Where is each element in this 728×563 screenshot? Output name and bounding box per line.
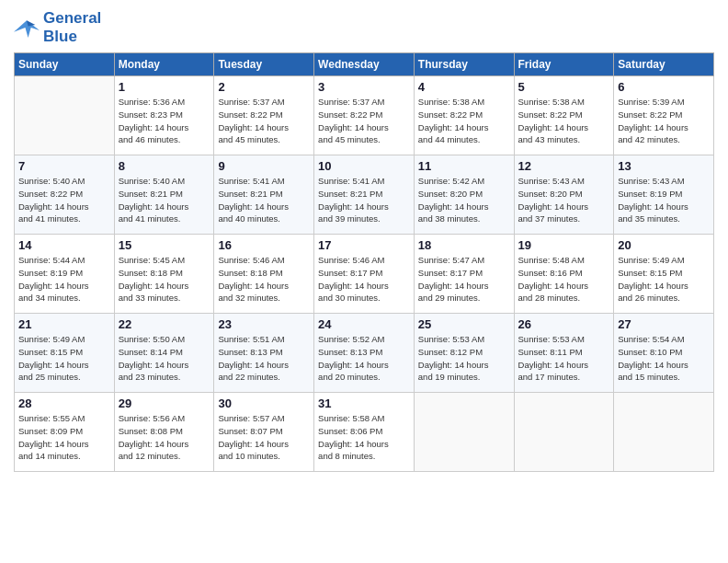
calendar-cell: 9Sunrise: 5:41 AM Sunset: 8:21 PM Daylig… xyxy=(214,155,314,235)
calendar-cell: 19Sunrise: 5:48 AM Sunset: 8:16 PM Dayli… xyxy=(514,235,614,314)
calendar-week-row: 7Sunrise: 5:40 AM Sunset: 8:22 PM Daylig… xyxy=(15,155,714,235)
day-info: Sunrise: 5:44 AM Sunset: 8:19 PM Dayligh… xyxy=(18,254,110,304)
day-info: Sunrise: 5:58 AM Sunset: 8:06 PM Dayligh… xyxy=(318,412,410,463)
day-number: 2 xyxy=(218,80,310,94)
day-number: 18 xyxy=(418,238,510,252)
svg-marker-0 xyxy=(14,20,40,38)
logo-text: General Blue xyxy=(43,9,101,45)
day-number: 5 xyxy=(518,80,610,94)
calendar-cell: 28Sunrise: 5:55 AM Sunset: 8:09 PM Dayli… xyxy=(15,393,115,472)
day-number: 27 xyxy=(618,317,710,331)
calendar-cell: 18Sunrise: 5:47 AM Sunset: 8:17 PM Dayli… xyxy=(414,235,514,314)
day-info: Sunrise: 5:41 AM Sunset: 8:21 PM Dayligh… xyxy=(318,175,410,225)
day-number: 6 xyxy=(618,80,710,94)
day-number: 25 xyxy=(418,317,510,331)
calendar-cell xyxy=(414,393,514,472)
day-info: Sunrise: 5:43 AM Sunset: 8:19 PM Dayligh… xyxy=(618,175,710,225)
day-info: Sunrise: 5:56 AM Sunset: 8:08 PM Dayligh… xyxy=(119,412,210,463)
day-info: Sunrise: 5:57 AM Sunset: 8:07 PM Dayligh… xyxy=(218,412,310,463)
weekday-header-cell: Thursday xyxy=(414,53,514,76)
logo: General Blue xyxy=(14,9,101,45)
day-info: Sunrise: 5:46 AM Sunset: 8:18 PM Dayligh… xyxy=(218,254,310,304)
weekday-header-cell: Friday xyxy=(514,53,614,76)
calendar-cell: 29Sunrise: 5:56 AM Sunset: 8:08 PM Dayli… xyxy=(114,393,214,472)
day-info: Sunrise: 5:40 AM Sunset: 8:21 PM Dayligh… xyxy=(119,175,210,225)
day-info: Sunrise: 5:50 AM Sunset: 8:14 PM Dayligh… xyxy=(119,333,210,384)
calendar-cell: 7Sunrise: 5:40 AM Sunset: 8:22 PM Daylig… xyxy=(15,155,115,235)
calendar-cell: 31Sunrise: 5:58 AM Sunset: 8:06 PM Dayli… xyxy=(314,393,415,472)
calendar-cell: 6Sunrise: 5:39 AM Sunset: 8:22 PM Daylig… xyxy=(614,76,714,155)
day-number: 1 xyxy=(119,80,210,94)
day-number: 14 xyxy=(18,238,110,252)
calendar-cell: 2Sunrise: 5:37 AM Sunset: 8:22 PM Daylig… xyxy=(214,76,314,155)
calendar-cell: 25Sunrise: 5:53 AM Sunset: 8:12 PM Dayli… xyxy=(414,314,514,393)
day-number: 20 xyxy=(618,238,710,252)
day-info: Sunrise: 5:38 AM Sunset: 8:22 PM Dayligh… xyxy=(418,96,510,146)
day-number: 28 xyxy=(18,396,110,410)
day-info: Sunrise: 5:54 AM Sunset: 8:10 PM Dayligh… xyxy=(618,333,710,384)
calendar-cell xyxy=(614,393,714,472)
calendar-cell: 11Sunrise: 5:42 AM Sunset: 8:20 PM Dayli… xyxy=(414,155,514,235)
calendar-week-row: 14Sunrise: 5:44 AM Sunset: 8:19 PM Dayli… xyxy=(15,235,714,314)
day-number: 17 xyxy=(318,238,410,252)
day-number: 31 xyxy=(318,396,410,410)
day-number: 3 xyxy=(318,80,410,94)
weekday-header-cell: Wednesday xyxy=(314,53,415,76)
calendar-cell xyxy=(15,76,115,155)
calendar-table: SundayMondayTuesdayWednesdayThursdayFrid… xyxy=(14,52,714,472)
day-info: Sunrise: 5:37 AM Sunset: 8:22 PM Dayligh… xyxy=(218,96,310,146)
day-info: Sunrise: 5:40 AM Sunset: 8:22 PM Dayligh… xyxy=(18,175,110,225)
calendar-cell: 13Sunrise: 5:43 AM Sunset: 8:19 PM Dayli… xyxy=(614,155,714,235)
calendar-cell: 24Sunrise: 5:52 AM Sunset: 8:13 PM Dayli… xyxy=(314,314,415,393)
day-info: Sunrise: 5:43 AM Sunset: 8:20 PM Dayligh… xyxy=(518,175,610,225)
svg-marker-1 xyxy=(27,20,35,26)
day-info: Sunrise: 5:49 AM Sunset: 8:15 PM Dayligh… xyxy=(18,333,110,384)
day-info: Sunrise: 5:42 AM Sunset: 8:20 PM Dayligh… xyxy=(418,175,510,225)
day-info: Sunrise: 5:53 AM Sunset: 8:12 PM Dayligh… xyxy=(418,333,510,384)
day-info: Sunrise: 5:49 AM Sunset: 8:15 PM Dayligh… xyxy=(618,254,710,304)
calendar-cell: 5Sunrise: 5:38 AM Sunset: 8:22 PM Daylig… xyxy=(514,76,614,155)
calendar-week-row: 28Sunrise: 5:55 AM Sunset: 8:09 PM Dayli… xyxy=(15,393,714,472)
calendar-cell xyxy=(514,393,614,472)
calendar-cell: 20Sunrise: 5:49 AM Sunset: 8:15 PM Dayli… xyxy=(614,235,714,314)
day-info: Sunrise: 5:53 AM Sunset: 8:11 PM Dayligh… xyxy=(518,333,610,384)
calendar-week-row: 21Sunrise: 5:49 AM Sunset: 8:15 PM Dayli… xyxy=(15,314,714,393)
day-info: Sunrise: 5:47 AM Sunset: 8:17 PM Dayligh… xyxy=(418,254,510,304)
calendar-cell: 26Sunrise: 5:53 AM Sunset: 8:11 PM Dayli… xyxy=(514,314,614,393)
day-info: Sunrise: 5:41 AM Sunset: 8:21 PM Dayligh… xyxy=(218,175,310,225)
day-number: 13 xyxy=(618,159,710,173)
day-number: 12 xyxy=(518,159,610,173)
day-info: Sunrise: 5:46 AM Sunset: 8:17 PM Dayligh… xyxy=(318,254,410,304)
day-number: 15 xyxy=(119,238,210,252)
day-info: Sunrise: 5:48 AM Sunset: 8:16 PM Dayligh… xyxy=(518,254,610,304)
day-number: 9 xyxy=(218,159,310,173)
day-number: 24 xyxy=(318,317,410,331)
day-number: 7 xyxy=(18,159,110,173)
calendar-cell: 12Sunrise: 5:43 AM Sunset: 8:20 PM Dayli… xyxy=(514,155,614,235)
weekday-header-cell: Monday xyxy=(114,53,214,76)
day-number: 4 xyxy=(418,80,510,94)
page-header: General Blue xyxy=(14,9,714,45)
calendar-body: 1Sunrise: 5:36 AM Sunset: 8:23 PM Daylig… xyxy=(15,76,714,472)
calendar-cell: 27Sunrise: 5:54 AM Sunset: 8:10 PM Dayli… xyxy=(614,314,714,393)
day-number: 8 xyxy=(119,159,210,173)
calendar-cell: 15Sunrise: 5:45 AM Sunset: 8:18 PM Dayli… xyxy=(114,235,214,314)
calendar-cell: 14Sunrise: 5:44 AM Sunset: 8:19 PM Dayli… xyxy=(15,235,115,314)
calendar-cell: 16Sunrise: 5:46 AM Sunset: 8:18 PM Dayli… xyxy=(214,235,314,314)
day-info: Sunrise: 5:37 AM Sunset: 8:22 PM Dayligh… xyxy=(318,96,410,146)
calendar-cell: 8Sunrise: 5:40 AM Sunset: 8:21 PM Daylig… xyxy=(114,155,214,235)
calendar-cell: 10Sunrise: 5:41 AM Sunset: 8:21 PM Dayli… xyxy=(314,155,415,235)
day-info: Sunrise: 5:45 AM Sunset: 8:18 PM Dayligh… xyxy=(119,254,210,304)
day-number: 10 xyxy=(318,159,410,173)
logo-icon xyxy=(14,17,40,38)
weekday-header-cell: Tuesday xyxy=(214,53,314,76)
weekday-header-row: SundayMondayTuesdayWednesdayThursdayFrid… xyxy=(15,53,714,76)
day-number: 21 xyxy=(18,317,110,331)
day-number: 22 xyxy=(119,317,210,331)
calendar-cell: 21Sunrise: 5:49 AM Sunset: 8:15 PM Dayli… xyxy=(15,314,115,393)
day-number: 30 xyxy=(218,396,310,410)
day-info: Sunrise: 5:51 AM Sunset: 8:13 PM Dayligh… xyxy=(218,333,310,384)
weekday-header-cell: Sunday xyxy=(15,53,115,76)
day-number: 29 xyxy=(119,396,210,410)
day-info: Sunrise: 5:39 AM Sunset: 8:22 PM Dayligh… xyxy=(618,96,710,146)
